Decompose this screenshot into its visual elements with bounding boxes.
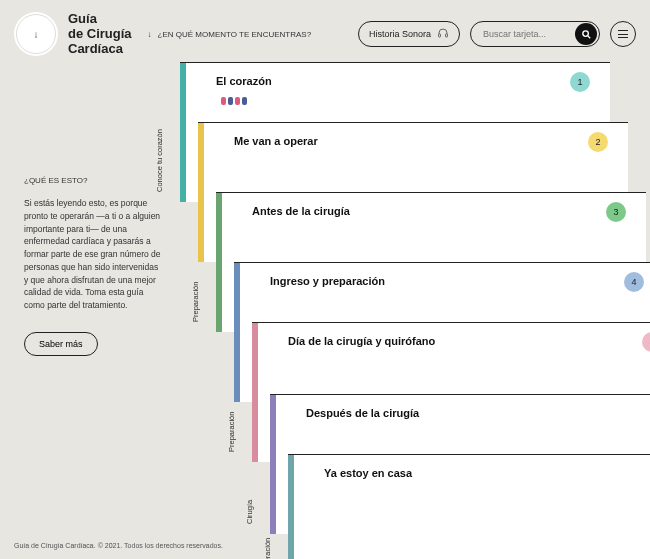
header: ↓ Guía de Cirugía Cardíaca ↓ ¿EN QUÉ MOM… [0, 0, 650, 57]
svg-point-2 [582, 31, 588, 36]
search-icon [581, 29, 592, 40]
card-number-badge: 3 [606, 202, 626, 222]
search-button[interactable] [575, 23, 597, 45]
card-category-tab: Recuperación [263, 538, 272, 559]
card-category-tab: Preparación [191, 282, 200, 322]
card-category-tab: Cirugía [245, 500, 254, 524]
card-title: Ingreso y preparación [270, 274, 385, 288]
card[interactable]: Ya estoy en casa 7 Recuperación [288, 454, 650, 559]
site-title: Guía de Cirugía Cardíaca [68, 12, 132, 57]
search-bar[interactable] [470, 21, 600, 47]
card-title: Antes de la cirugía [252, 204, 350, 218]
search-input[interactable] [483, 29, 563, 39]
card-number-badge: 5 [642, 332, 650, 352]
intro-body: Si estás leyendo esto, es porque pronto … [24, 197, 164, 312]
card-number-badge: 1 [570, 72, 590, 92]
svg-rect-0 [439, 34, 441, 37]
learn-more-button[interactable]: Saber más [24, 332, 98, 356]
svg-rect-1 [446, 34, 448, 37]
menu-button[interactable] [610, 21, 636, 47]
footer-copyright: Guía de Cirugía Cardíaca. © 2021. Todos … [14, 542, 223, 549]
menu-icon [618, 30, 628, 38]
intro-panel: ¿QUÉ ES ESTO? Si estás leyendo esto, es … [24, 175, 164, 356]
arrow-down-icon: ↓ [148, 30, 152, 39]
card-title: Me van a operar [234, 134, 318, 148]
svg-line-3 [587, 36, 589, 38]
card-title: El corazón [216, 74, 272, 88]
card-number-badge: 4 [624, 272, 644, 292]
card-category-tab: Conoce tu corazón [155, 129, 164, 192]
card-number-badge: 2 [588, 132, 608, 152]
moment-prompt: ↓ ¿EN QUÉ MOMENTO TE ENCUENTRAS? [148, 30, 312, 39]
headphones-icon [437, 27, 449, 41]
card-title: Ya estoy en casa [324, 466, 412, 480]
illustration-peek [221, 97, 247, 105]
card-title: Día de la cirugía y quirófano [288, 334, 435, 348]
intro-heading: ¿QUÉ ES ESTO? [24, 175, 164, 187]
card-category-tab: Preparación [227, 412, 236, 452]
card-title: Después de la cirugía [306, 406, 419, 420]
historia-sonora-button[interactable]: Historia Sonora [358, 21, 460, 47]
logo-badge: ↓ [14, 12, 58, 56]
arrow-down-icon: ↓ [34, 29, 39, 40]
